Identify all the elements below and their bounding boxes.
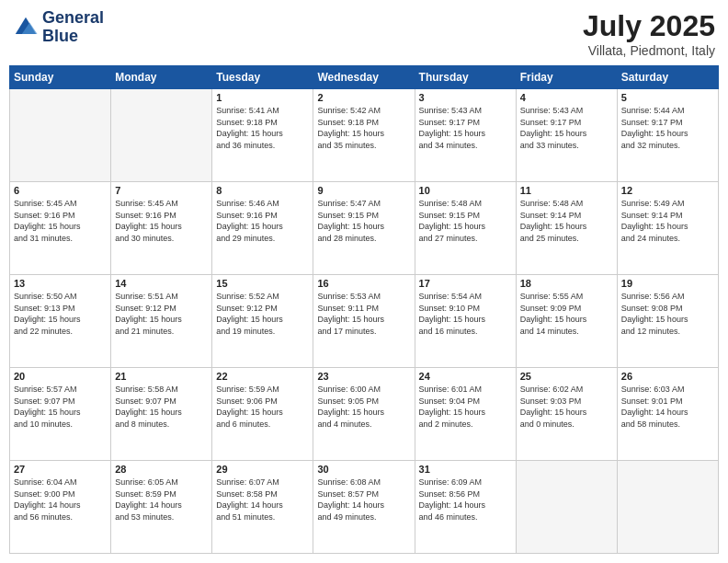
day-number: 14 [115, 278, 208, 289]
cell-info: Sunrise: 5:41 AM Sunset: 9:18 PM Dayligh… [216, 105, 309, 151]
calendar-cell: 14Sunrise: 5:51 AM Sunset: 9:12 PM Dayli… [111, 275, 212, 368]
calendar-cell: 27Sunrise: 6:04 AM Sunset: 9:00 PM Dayli… [10, 461, 111, 554]
day-number: 2 [317, 92, 410, 103]
calendar-cell [516, 461, 617, 554]
calendar-cell: 2Sunrise: 5:42 AM Sunset: 9:18 PM Daylig… [313, 89, 415, 182]
calendar-cell: 12Sunrise: 5:49 AM Sunset: 9:14 PM Dayli… [617, 182, 718, 275]
calendar-cell: 13Sunrise: 5:50 AM Sunset: 9:13 PM Dayli… [10, 275, 111, 368]
day-number: 22 [216, 371, 309, 382]
calendar-cell: 7Sunrise: 5:45 AM Sunset: 9:16 PM Daylig… [111, 182, 212, 275]
cell-info: Sunrise: 5:59 AM Sunset: 9:06 PM Dayligh… [216, 384, 309, 430]
calendar-cell: 23Sunrise: 6:00 AM Sunset: 9:05 PM Dayli… [313, 368, 415, 461]
day-number: 19 [621, 278, 714, 289]
day-number: 17 [419, 278, 512, 289]
day-number: 25 [520, 371, 613, 382]
cell-info: Sunrise: 6:07 AM Sunset: 8:58 PM Dayligh… [216, 477, 309, 523]
day-number: 21 [115, 371, 208, 382]
calendar-cell: 4Sunrise: 5:43 AM Sunset: 9:17 PM Daylig… [516, 89, 617, 182]
cell-info: Sunrise: 5:55 AM Sunset: 9:09 PM Dayligh… [520, 291, 613, 337]
calendar-cell: 21Sunrise: 5:58 AM Sunset: 9:07 PM Dayli… [111, 368, 212, 461]
logo-line2: Blue [42, 28, 104, 46]
day-number: 29 [216, 464, 309, 475]
cell-info: Sunrise: 5:58 AM Sunset: 9:07 PM Dayligh… [115, 384, 208, 430]
cell-info: Sunrise: 5:45 AM Sunset: 9:16 PM Dayligh… [115, 198, 208, 244]
day-number: 26 [621, 371, 714, 382]
calendar-cell: 3Sunrise: 5:43 AM Sunset: 9:17 PM Daylig… [415, 89, 516, 182]
day-number: 8 [216, 185, 309, 196]
day-number: 27 [14, 464, 107, 475]
day-number: 31 [419, 464, 512, 475]
calendar-cell: 20Sunrise: 5:57 AM Sunset: 9:07 PM Dayli… [10, 368, 111, 461]
cell-info: Sunrise: 6:05 AM Sunset: 8:59 PM Dayligh… [115, 477, 208, 523]
logo: General Blue [13, 9, 104, 46]
calendar-cell: 6Sunrise: 5:45 AM Sunset: 9:16 PM Daylig… [10, 182, 111, 275]
day-number: 1 [216, 92, 309, 103]
cell-info: Sunrise: 5:46 AM Sunset: 9:16 PM Dayligh… [216, 198, 309, 244]
day-number: 18 [520, 278, 613, 289]
location-title: Villata, Piedmont, Italy [583, 43, 715, 58]
day-number: 5 [621, 92, 714, 103]
logo-line1: General [42, 9, 104, 28]
calendar-cell [111, 89, 212, 182]
calendar-cell [10, 89, 111, 182]
calendar-cell: 18Sunrise: 5:55 AM Sunset: 9:09 PM Dayli… [516, 275, 617, 368]
day-number: 13 [14, 278, 107, 289]
cell-info: Sunrise: 5:43 AM Sunset: 9:17 PM Dayligh… [520, 105, 613, 151]
calendar-cell: 19Sunrise: 5:56 AM Sunset: 9:08 PM Dayli… [617, 275, 718, 368]
cell-info: Sunrise: 6:08 AM Sunset: 8:57 PM Dayligh… [317, 477, 410, 523]
cell-info: Sunrise: 5:48 AM Sunset: 9:15 PM Dayligh… [419, 198, 512, 244]
calendar-cell: 29Sunrise: 6:07 AM Sunset: 8:58 PM Dayli… [212, 461, 313, 554]
weekday-header: Monday [111, 66, 212, 89]
day-number: 23 [317, 371, 410, 382]
calendar-week-row: 6Sunrise: 5:45 AM Sunset: 9:16 PM Daylig… [10, 182, 719, 275]
calendar-week-row: 20Sunrise: 5:57 AM Sunset: 9:07 PM Dayli… [10, 368, 719, 461]
cell-info: Sunrise: 6:00 AM Sunset: 9:05 PM Dayligh… [317, 384, 410, 430]
header: General Blue July 2025 Villata, Piedmont… [9, 9, 719, 58]
cell-info: Sunrise: 5:56 AM Sunset: 9:08 PM Dayligh… [621, 291, 714, 337]
calendar-cell: 17Sunrise: 5:54 AM Sunset: 9:10 PM Dayli… [415, 275, 516, 368]
weekday-header: Thursday [415, 66, 516, 89]
calendar-cell: 1Sunrise: 5:41 AM Sunset: 9:18 PM Daylig… [212, 89, 313, 182]
day-number: 12 [621, 185, 714, 196]
day-number: 7 [115, 185, 208, 196]
calendar-cell: 8Sunrise: 5:46 AM Sunset: 9:16 PM Daylig… [212, 182, 313, 275]
calendar-week-row: 1Sunrise: 5:41 AM Sunset: 9:18 PM Daylig… [10, 89, 719, 182]
cell-info: Sunrise: 5:57 AM Sunset: 9:07 PM Dayligh… [14, 384, 107, 430]
cell-info: Sunrise: 5:54 AM Sunset: 9:10 PM Dayligh… [419, 291, 512, 337]
day-number: 24 [419, 371, 512, 382]
day-number: 10 [419, 185, 512, 196]
cell-info: Sunrise: 5:43 AM Sunset: 9:17 PM Dayligh… [419, 105, 512, 151]
cell-info: Sunrise: 5:53 AM Sunset: 9:11 PM Dayligh… [317, 291, 410, 337]
weekday-header: Tuesday [212, 66, 313, 89]
cell-info: Sunrise: 5:48 AM Sunset: 9:14 PM Dayligh… [520, 198, 613, 244]
cell-info: Sunrise: 5:50 AM Sunset: 9:13 PM Dayligh… [14, 291, 107, 337]
day-number: 4 [520, 92, 613, 103]
cell-info: Sunrise: 5:42 AM Sunset: 9:18 PM Dayligh… [317, 105, 410, 151]
calendar-cell: 16Sunrise: 5:53 AM Sunset: 9:11 PM Dayli… [313, 275, 415, 368]
day-number: 15 [216, 278, 309, 289]
cell-info: Sunrise: 5:45 AM Sunset: 9:16 PM Dayligh… [14, 198, 107, 244]
cell-info: Sunrise: 6:03 AM Sunset: 9:01 PM Dayligh… [621, 384, 714, 430]
cell-info: Sunrise: 6:01 AM Sunset: 9:04 PM Dayligh… [419, 384, 512, 430]
title-block: July 2025 Villata, Piedmont, Italy [583, 9, 715, 58]
weekday-header: Friday [516, 66, 617, 89]
cell-info: Sunrise: 5:49 AM Sunset: 9:14 PM Dayligh… [621, 198, 714, 244]
calendar-header-row: SundayMondayTuesdayWednesdayThursdayFrid… [10, 66, 719, 89]
cell-info: Sunrise: 5:52 AM Sunset: 9:12 PM Dayligh… [216, 291, 309, 337]
calendar-cell: 24Sunrise: 6:01 AM Sunset: 9:04 PM Dayli… [415, 368, 516, 461]
month-title: July 2025 [583, 9, 715, 43]
cell-info: Sunrise: 5:44 AM Sunset: 9:17 PM Dayligh… [621, 105, 714, 151]
calendar-cell: 5Sunrise: 5:44 AM Sunset: 9:17 PM Daylig… [617, 89, 718, 182]
page: General Blue July 2025 Villata, Piedmont… [0, 0, 728, 563]
calendar-cell: 28Sunrise: 6:05 AM Sunset: 8:59 PM Dayli… [111, 461, 212, 554]
calendar-cell: 30Sunrise: 6:08 AM Sunset: 8:57 PM Dayli… [313, 461, 415, 554]
calendar-cell: 31Sunrise: 6:09 AM Sunset: 8:56 PM Dayli… [415, 461, 516, 554]
weekday-header: Saturday [617, 66, 718, 89]
cell-info: Sunrise: 6:02 AM Sunset: 9:03 PM Dayligh… [520, 384, 613, 430]
day-number: 9 [317, 185, 410, 196]
calendar-cell: 11Sunrise: 5:48 AM Sunset: 9:14 PM Dayli… [516, 182, 617, 275]
day-number: 11 [520, 185, 613, 196]
day-number: 30 [317, 464, 410, 475]
calendar-cell: 10Sunrise: 5:48 AM Sunset: 9:15 PM Dayli… [415, 182, 516, 275]
calendar-cell: 26Sunrise: 6:03 AM Sunset: 9:01 PM Dayli… [617, 368, 718, 461]
